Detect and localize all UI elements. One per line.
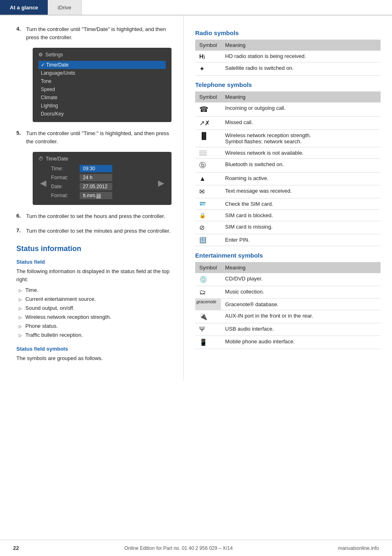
- tel-symbol-sms: ✉: [195, 185, 221, 198]
- tel-meaning-sms: Text message was received.: [221, 185, 381, 198]
- tab-at-a-glance[interactable]: At a glance: [0, 0, 48, 15]
- status-field-symbols-subheading: Status field symbols: [16, 346, 172, 352]
- ent-symbol-gracenote: gracenote: [195, 299, 221, 310]
- radio-symbol-1: H): [195, 51, 221, 62]
- timedate-title-label: Time/Date: [46, 156, 68, 162]
- website-text: manualsonline.info: [338, 545, 379, 551]
- page-footer: 22 Online Edition for Part no. 01 40 2 9…: [0, 540, 392, 556]
- tel-symbol-sim-blocked: 🔒: [195, 210, 221, 221]
- nav-right-arrow: ▶: [158, 178, 164, 188]
- step-7-number: 7.: [16, 227, 26, 235]
- right-column: Radio symbols Symbol Meaning H) HD radio…: [184, 16, 392, 381]
- table-row: ⊘ SIM card is missing.: [195, 221, 381, 234]
- ent-symbol-aux: 🔌: [195, 310, 221, 323]
- ent-meaning-music: Music collection.: [221, 286, 381, 299]
- table-row: 🔒 SIM card is blocked.: [195, 210, 381, 221]
- status-field-bullets: Time. Current entertainment source. Soun…: [16, 286, 172, 340]
- format-label-1: Format:: [51, 175, 80, 180]
- table-row: gracenote Gracenote® database.: [195, 299, 381, 310]
- tel-symbol-missed: ↗✗: [195, 117, 221, 130]
- table-row: ⓑ Bluetooth is switched on.: [195, 159, 381, 173]
- bullet-traffic: Traffic bulletin reception.: [19, 331, 172, 340]
- ent-symbol-usb: Ψ: [195, 323, 221, 336]
- telephone-symbols-table: Symbol Meaning ☎ Incoming or outgoing ca…: [195, 91, 381, 246]
- ent-symbol-mobile: 📱: [195, 336, 221, 349]
- time-row: Time: 09:30: [51, 165, 153, 172]
- ent-meaning-cd: CD/DVD player.: [221, 273, 381, 286]
- radio-meaning-1: HD radio station is being received.: [221, 51, 381, 62]
- tel-col-meaning: Meaning: [221, 91, 381, 102]
- menu-language-units: Language/Units: [38, 69, 166, 77]
- format-value-2: tt.mm.jjjj: [80, 192, 112, 199]
- telephone-symbols-heading: Telephone symbols: [195, 81, 381, 88]
- table-row: ✉ Text message was received.: [195, 185, 381, 198]
- edition-text: Online Edition for Part no. 01 40 2 956 …: [124, 545, 233, 551]
- ent-symbol-cd: 💿: [195, 273, 221, 286]
- table-row: ↗✗ Missed call.: [195, 117, 381, 130]
- table-row: Ψ USB audio interface.: [195, 323, 381, 336]
- step-7: 7. Turn the controller to set the minute…: [16, 227, 172, 235]
- step-4-number: 4.: [16, 25, 26, 41]
- tel-symbol-sim-missing: ⊘: [195, 221, 221, 234]
- status-field-symbols-body: The symbols are grouped as follows.: [16, 354, 172, 363]
- tel-meaning-bluetooth: Bluetooth is switched on.: [221, 159, 381, 173]
- radio-col-symbol: Symbol: [195, 40, 221, 51]
- menu-climate: Climate: [38, 93, 166, 102]
- menu-time-date: ✓ Time/Date: [38, 61, 166, 69]
- date-label: Date:: [51, 184, 80, 189]
- step-6: 6. Turn the controller to set the hours …: [16, 212, 172, 220]
- page-header: At a glance iDrive: [0, 0, 392, 16]
- bullet-phone: Phone status.: [19, 322, 172, 331]
- format-row-2: Format: tt.mm.jjjj: [51, 192, 153, 199]
- tel-symbol-check-sim: 🪪: [195, 198, 221, 210]
- format-label-2: Format:: [51, 193, 80, 198]
- ent-meaning-mobile: Mobile phone audio interface.: [221, 336, 381, 349]
- ent-symbol-music: 🗂: [195, 286, 221, 299]
- menu-doors-key: Doors/Key: [38, 110, 166, 118]
- tel-symbol-pin: 🔢: [195, 234, 221, 246]
- left-column: 4. Turn the controller until "Time/Date"…: [0, 16, 184, 381]
- tel-meaning-roaming: Roaming is active.: [221, 173, 381, 185]
- nav-left-arrow: ◀: [40, 178, 46, 188]
- tel-meaning-sim-missing: SIM card is missing.: [221, 221, 381, 234]
- timedate-screenshot: ⏱ Time/Date ◀ Time: 09:30 Format:: [24, 152, 172, 205]
- table-row: 💿 CD/DVD player.: [195, 273, 381, 286]
- timedate-icon: ⏱: [38, 156, 43, 162]
- step-4: 4. Turn the controller until "Time/Date"…: [16, 25, 172, 41]
- table-row: 🔌 AUX-IN port in the front or in the rea…: [195, 310, 381, 323]
- bullet-entertainment: Current entertainment source.: [19, 295, 172, 304]
- table-row: ▐▌ Wireless network reception strength.S…: [195, 130, 381, 147]
- page-number: 22: [13, 545, 19, 551]
- ent-meaning-usb: USB audio interface.: [221, 323, 381, 336]
- ent-col-symbol: Symbol: [195, 262, 221, 273]
- menu-lighting: Lighting: [38, 102, 166, 110]
- ent-meaning-gracenote: Gracenote® database.: [221, 299, 381, 310]
- tel-symbol-no-signal: ▒▒: [195, 147, 221, 159]
- menu-speed: Speed: [38, 85, 166, 93]
- time-label: Time:: [51, 166, 80, 171]
- ent-meaning-aux: AUX-IN port in the front or in the rear.: [221, 310, 381, 323]
- tab-idrive[interactable]: iDrive: [48, 0, 81, 15]
- time-value: 09:30: [80, 165, 112, 172]
- page-body: 4. Turn the controller until "Time/Date"…: [0, 16, 392, 381]
- date-value: 27.05.2012: [80, 183, 112, 190]
- format-value-1: 24 h: [80, 174, 112, 181]
- status-field-subheading: Status field: [16, 259, 172, 265]
- settings-title-label: Settings: [45, 52, 63, 58]
- radio-symbols-heading: Radio symbols: [195, 29, 381, 36]
- table-row: H) HD radio station is being received.: [195, 51, 381, 62]
- settings-gear-icon: ⚙: [38, 52, 43, 58]
- step-4-text: Turn the controller until "Time/Date" is…: [26, 25, 172, 41]
- table-row: ▲ Roaming is active.: [195, 173, 381, 185]
- status-field-body: The following information is displayed i…: [16, 267, 172, 283]
- tel-symbol-roaming: ▲: [195, 173, 221, 185]
- tel-meaning-check-sim: Check the SIM card.: [221, 198, 381, 210]
- tel-symbol-bluetooth: ⓑ: [195, 159, 221, 173]
- step-5: 5. Turn the controller until "Time:" is …: [16, 129, 172, 145]
- bullet-wireless: Wireless network reception strength.: [19, 313, 172, 322]
- tel-meaning-no-signal: Wireless network is not available.: [221, 147, 381, 159]
- format-row-1: Format: 24 h: [51, 174, 153, 181]
- table-row: 🗂 Music collection.: [195, 286, 381, 299]
- entertainment-symbols-heading: Entertainment symbols: [195, 252, 381, 259]
- tel-symbol-signal: ▐▌: [195, 130, 221, 147]
